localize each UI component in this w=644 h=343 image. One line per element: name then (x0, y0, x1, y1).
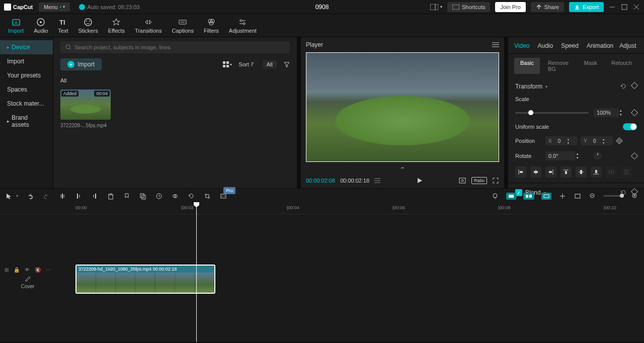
preview-axis[interactable] (558, 192, 567, 200)
sidebar-item-device[interactable]: ▸Device (0, 40, 53, 54)
track-lock-icon[interactable]: 🔒 (14, 267, 20, 273)
align-right-button[interactable] (545, 166, 556, 178)
delete-right-button[interactable] (91, 192, 99, 200)
slider-thumb[interactable] (528, 110, 533, 115)
tool-import[interactable]: Import (3, 16, 29, 36)
shortcuts-button[interactable]: Shortcuts (447, 2, 490, 12)
props-tab-audio[interactable]: Audio (537, 42, 553, 49)
sidebar-item-spaces[interactable]: Spaces (0, 82, 53, 97)
reset-icon[interactable] (620, 83, 627, 90)
cover-button[interactable]: Cover (21, 276, 35, 289)
align-left-button[interactable] (515, 166, 526, 178)
layout-button[interactable]: ▾ (430, 4, 442, 10)
play-button[interactable] (416, 177, 423, 184)
rotate-button[interactable] (187, 192, 195, 200)
zoom-out[interactable] (589, 192, 597, 200)
timeline-ruler[interactable]: 00:00 |00:02 |00:04 |00:06 |00:08 |00:10 (0, 203, 644, 214)
position-x-input[interactable]: X0▴▾ (545, 136, 578, 145)
mirror-button[interactable] (171, 192, 179, 200)
selection-tool[interactable] (5, 192, 13, 200)
tool-filters[interactable]: Filters (199, 16, 224, 36)
player-menu-icon[interactable] (492, 42, 499, 48)
subtab-retouch[interactable]: Retouch (605, 58, 638, 74)
import-button[interactable]: + Import (60, 58, 102, 70)
scale-slider[interactable] (515, 112, 589, 114)
position-y-input[interactable]: Y0▴▾ (581, 136, 613, 145)
subtab-removebg[interactable]: Remove BG (542, 58, 576, 74)
sort-button[interactable]: Sort (239, 61, 256, 67)
scale-spinner[interactable]: ▴▾ (620, 109, 627, 117)
uniform-scale-toggle[interactable] (623, 123, 637, 130)
align-center-h-button[interactable] (530, 166, 541, 178)
tool-effects[interactable]: Effects (103, 16, 130, 36)
menu-button[interactable]: Menu • ▾ (39, 3, 70, 12)
undo-button[interactable] (26, 192, 34, 200)
playhead[interactable] (196, 203, 197, 342)
linkage[interactable] (541, 193, 551, 200)
marker-button[interactable] (123, 192, 131, 200)
list-icon[interactable] (374, 178, 380, 184)
align-bottom-button[interactable] (591, 166, 602, 178)
grid-view-button[interactable]: ▾ (223, 61, 232, 67)
scan-icon[interactable] (458, 177, 466, 184)
ai-button[interactable]: Pro (219, 192, 227, 200)
all-filter-button[interactable]: All (263, 60, 277, 68)
tool-captions[interactable]: Captions (167, 16, 198, 36)
chevron-down-icon[interactable]: ▾ (545, 84, 547, 89)
tool-transitions[interactable]: Transitions (130, 16, 167, 36)
keyframe-icon[interactable] (616, 137, 623, 144)
tool-adjustment[interactable]: Adjustment (224, 16, 262, 36)
keyframe-icon[interactable] (631, 152, 638, 159)
export-button[interactable]: Export (569, 2, 604, 12)
main-track-magnet[interactable] (506, 193, 516, 200)
crop-button[interactable] (203, 192, 211, 200)
sidebar-item-brand[interactable]: ▸Brand assets (0, 111, 53, 132)
pos-y-spinner[interactable]: ▴▾ (603, 137, 610, 144)
tool-text[interactable]: TI Text (53, 16, 73, 36)
subtab-mask[interactable]: Mask (578, 58, 603, 74)
track-visibility-icon[interactable]: 👁 (25, 267, 30, 273)
track-collapse-icon[interactable]: ⊞ (5, 267, 9, 273)
record-button[interactable] (491, 192, 499, 200)
media-item[interactable]: Added 00:04 3722209-...5fps.mp4 (60, 90, 111, 128)
reverse-button[interactable] (155, 192, 163, 200)
copy-button[interactable] (139, 192, 147, 200)
project-name[interactable]: 0908 (315, 4, 329, 11)
align-center-v-button[interactable] (576, 166, 587, 178)
chevron-down-icon[interactable]: ▾ (16, 194, 18, 198)
props-tab-animation[interactable]: Animation (587, 42, 613, 49)
join-pro-button[interactable]: Join Pro (495, 2, 525, 12)
maximize-button[interactable] (621, 4, 628, 11)
sidebar-item-import[interactable]: Import (0, 54, 53, 68)
rotate-spinner[interactable]: ▴▾ (577, 152, 584, 160)
track-mute-icon[interactable]: 🔇 (35, 267, 41, 273)
search-input[interactable]: Search project, subjects in image, lines (60, 41, 290, 53)
props-tab-video[interactable]: Video (514, 42, 529, 49)
auto-snap[interactable] (523, 193, 534, 200)
props-tab-adjust[interactable]: Adjust (619, 42, 636, 49)
preview-mode[interactable] (574, 192, 582, 200)
video-clip[interactable]: 3722209-hd_1920_1080_25fps.mp4 00:00:02:… (75, 265, 215, 294)
track-more-icon[interactable]: ⋯ (46, 267, 51, 273)
keyframe-icon[interactable] (631, 82, 638, 89)
sidebar-item-presets[interactable]: Your presets (0, 68, 53, 82)
subtab-basic[interactable]: Basic (514, 58, 540, 74)
props-tab-speed[interactable]: Speed (561, 42, 579, 49)
ratio-button[interactable]: Ratio (471, 177, 487, 184)
keyframe-icon[interactable] (631, 109, 638, 116)
tool-audio[interactable]: Audio (29, 16, 53, 36)
preview-handle-icon[interactable]: ⌢ (306, 164, 499, 171)
video-preview[interactable] (306, 52, 499, 162)
media-tab-all[interactable]: All (60, 75, 290, 85)
tool-stickers[interactable]: Stickers (73, 16, 103, 36)
delete-left-button[interactable] (74, 192, 83, 200)
split-button[interactable] (58, 192, 66, 200)
close-button[interactable] (633, 4, 640, 11)
share-button[interactable]: Share (531, 2, 564, 12)
rotate-input[interactable]: 0.0° (545, 151, 576, 160)
timeline-tracks[interactable]: 3722209-hd_1920_1080_25fps.mp4 00:00:02:… (55, 214, 644, 342)
pos-x-spinner[interactable]: ▴▾ (568, 137, 575, 144)
filter-button[interactable] (284, 61, 290, 67)
delete-button[interactable] (107, 192, 115, 200)
rotate-dial[interactable] (594, 152, 602, 160)
